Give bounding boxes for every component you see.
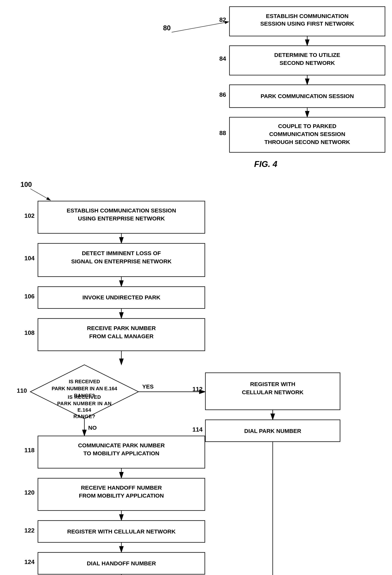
lbl82: 82 [219,16,226,23]
lbl108: 108 [24,329,35,336]
lbl110: 110 [17,387,27,394]
t114: DIAL PARK NUMBER [244,428,301,434]
full-diagram: 80 ESTABLISH COMMUNICATION SESSION USING… [0,0,392,575]
yes-lbl: YES [142,383,154,390]
lbl120: 120 [24,489,35,496]
lbl114: 114 [192,426,203,433]
t118-2: TO MOBILITY APPLICATION [83,450,160,456]
lbl106: 106 [24,293,35,300]
lbl84: 84 [219,55,226,62]
t122: REGISTER WITH CELLULAR NETWORK [67,528,176,535]
t82-2: SESSION USING FIRST NETWORK [260,21,354,27]
t104-1: DETECT IMMINENT LOSS OF [82,250,161,256]
t108-1: RECEIVE PARK NUMBER [87,325,156,331]
fig4lbl: FIG. 4 [254,159,277,169]
t104-2: SIGNAL ON ENTERPRISE NETWORK [71,258,172,264]
t88-3: THROUGH SECOND NETWORK [264,139,350,145]
t86: PARK COMMUNICATION SESSION [261,93,354,99]
t84-2: SECOND NETWORK [279,60,335,66]
t88-1: COUPLE TO PARKED [278,123,336,129]
t120-1: RECEIVE HANDOFF NUMBER [81,484,162,491]
d110-1: IS RECEIVED [69,379,100,384]
t118-1: COMMUNICATE PARK NUMBER [78,442,165,449]
lbl104: 104 [24,255,35,262]
lbl124: 124 [24,558,35,565]
lbl86: 86 [219,91,226,98]
clean-svg: 80 ESTABLISH COMMUNICATION SESSION USING… [0,0,392,575]
lbl102: 102 [24,212,35,219]
d110-2: PARK NUMBER IN AN E.164 [52,386,117,391]
t120-2: FROM MOBILITY APPLICATION [79,492,164,499]
t82-1: ESTABLISH COMMUNICATION [266,13,348,19]
t88-2: COMMUNICATION SESSION [269,131,345,137]
lbl88: 88 [219,130,226,136]
lbl-80: 80 [163,24,171,32]
t102-1: ESTABLISH COMMUNICATION SESSION [67,207,176,214]
t106: INVOKE UNDIRECTED PARK [82,294,160,301]
t102-2: USING ENTERPRISE NETWORK [78,215,165,222]
node-110-text: IS RECEIVEDPARK NUMBER IN AN E.164RANGE? [43,394,126,420]
t124: DIAL HANDOFF NUMBER [87,560,156,566]
lbl100: 100 [21,181,32,188]
lbl118: 118 [24,447,35,454]
lbl122: 122 [24,527,35,534]
t108-2: FROM CALL MANAGER [89,333,154,339]
t84-1: DETERMINE TO UTILIZE [274,52,340,58]
t112-1: REGISTER WITH [250,381,295,387]
no-lbl: NO [88,425,97,431]
t112-2: CELLULAR NETWORK [242,389,304,395]
lbl112: 112 [192,386,203,392]
